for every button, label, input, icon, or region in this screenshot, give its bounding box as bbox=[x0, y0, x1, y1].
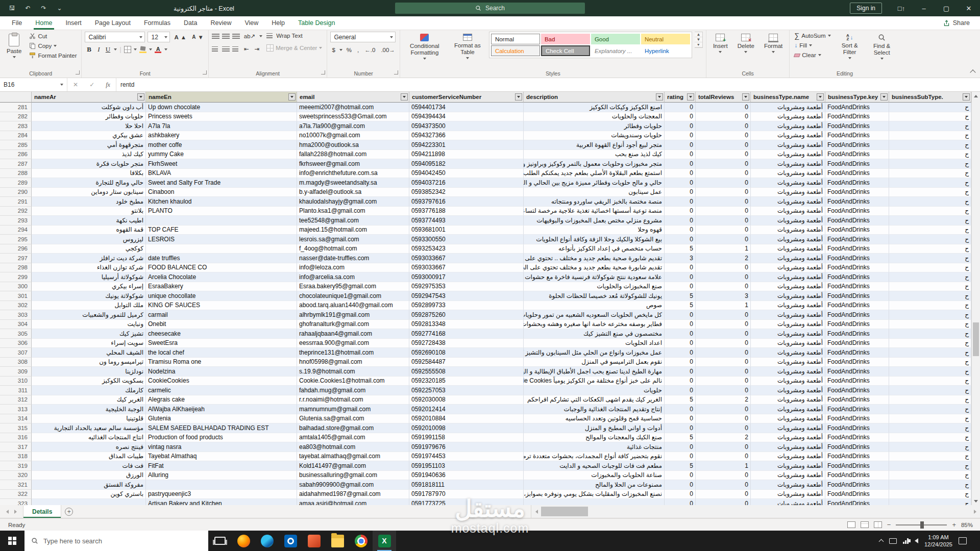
cell-businesssubtype[interactable]: ح bbox=[889, 301, 971, 311]
add-sheet-button[interactable]: + bbox=[61, 505, 77, 518]
cell-email[interactable]: m.magdy@sweetandsalty.sa bbox=[297, 178, 409, 188]
cell-phone[interactable]: 0592728438 bbox=[409, 339, 524, 348]
formula-input[interactable]: rentd bbox=[116, 78, 980, 91]
cell-businesstype-name[interactable]: أطعمة ومشروبات bbox=[751, 169, 825, 179]
cell-description[interactable]: اعداد الحلويات bbox=[524, 339, 665, 348]
cell-description[interactable]: صناعة الحلويات والمخبوزات bbox=[524, 471, 665, 481]
cell-rating[interactable]: 0 bbox=[665, 348, 696, 358]
zoom-out-button[interactable]: − bbox=[887, 521, 891, 529]
cell-description[interactable]: اصنع الكوكيز وكيكات الكوكيز bbox=[524, 103, 665, 112]
cell-businesstype-name[interactable]: أطعمة ومشروبات bbox=[751, 461, 825, 471]
cell-description[interactable]: يونيك للشوكولاتة مُعد خصيصا للحظات الحلو… bbox=[524, 291, 665, 301]
filter-icon[interactable] bbox=[817, 93, 824, 101]
cell-businesstype-key[interactable]: FoodAndDrinks bbox=[825, 272, 889, 282]
cell-totalreviews[interactable]: 3 bbox=[696, 291, 751, 301]
cell-nameen[interactable]: Onebit bbox=[146, 320, 297, 330]
cell-businesstype-key[interactable]: FoodAndDrinks bbox=[825, 377, 889, 386]
cell-nameen[interactable]: Up down chocolate bbox=[146, 103, 297, 112]
cell-businesssubtype[interactable]: ح bbox=[889, 207, 971, 216]
cell-businesstype-key[interactable]: FoodAndDrinks bbox=[825, 367, 889, 377]
cell-rating[interactable]: 0 bbox=[665, 490, 696, 499]
cell-businesstype-key[interactable]: FoodAndDrinks bbox=[825, 112, 889, 122]
cell-businesstype-name[interactable]: أطعمة ومشروبات bbox=[751, 499, 825, 505]
cell-email[interactable]: hnof05998@gmail.com bbox=[297, 358, 409, 367]
cell-phone[interactable]: 0592899733 bbox=[409, 301, 524, 311]
maximize-button[interactable]: ▢ bbox=[935, 0, 958, 16]
cell-totalreviews[interactable]: 2 bbox=[696, 433, 751, 443]
cell-nameen[interactable]: KING OF SAUCES bbox=[146, 301, 297, 311]
row-number[interactable]: 313 bbox=[0, 405, 32, 414]
cell-description[interactable]: منصة مختصة بالخبز الريفي ساوردو ومنتجاته bbox=[524, 197, 665, 207]
row-number[interactable]: 308 bbox=[0, 358, 32, 367]
cell-namear[interactable]: تيراميسو روما ون bbox=[32, 358, 146, 367]
styles-scroll-down-icon[interactable]: ▼ bbox=[695, 37, 702, 42]
row-number[interactable]: 285 bbox=[0, 140, 32, 150]
cell-totalreviews[interactable]: 0 bbox=[696, 490, 751, 499]
cell-phone[interactable]: 0592813348 bbox=[409, 320, 524, 330]
cell-businesstype-key[interactable]: FoodAndDrinks bbox=[825, 433, 889, 443]
cell-businesssubtype[interactable]: ح bbox=[889, 226, 971, 235]
align-middle-icon[interactable] bbox=[222, 34, 230, 39]
cell-phone[interactable]: 0593681001 bbox=[409, 226, 524, 235]
cell-rating[interactable]: 5 bbox=[665, 291, 696, 301]
cell-totalreviews[interactable]: 0 bbox=[696, 188, 751, 197]
cell-rating[interactable]: 0 bbox=[665, 414, 696, 424]
cell-nameen[interactable]: Cinaboon bbox=[146, 188, 297, 197]
cell-rating[interactable]: 0 bbox=[665, 178, 696, 188]
row-number[interactable]: 301 bbox=[0, 291, 32, 301]
cell-email[interactable]: amtala1405@gmail.com bbox=[297, 433, 409, 443]
cell-nameen[interactable]: Glutenia bbox=[146, 414, 297, 424]
cell-description[interactable]: علامة سعودية ننتج شوكولاتة فرنسية فاخرة … bbox=[524, 272, 665, 282]
cell-nameen[interactable]: TOP CAFE bbox=[146, 226, 297, 235]
cell-namear[interactable]: متجر حلويات فكرة bbox=[32, 159, 146, 169]
cell-rating[interactable]: 0 bbox=[665, 405, 696, 414]
cell-phone[interactable]: 0592584487 bbox=[409, 358, 524, 367]
cell-email[interactable]: tee52548@gmail.com bbox=[297, 216, 409, 226]
sign-in-button[interactable]: Sign in bbox=[850, 3, 882, 14]
cell-email[interactable]: theprince131@hotmail.com bbox=[297, 348, 409, 358]
cell-businesstype-name[interactable]: أطعمة ومشروبات bbox=[751, 423, 825, 433]
cell-businesstype-name[interactable]: أطعمة ومشروبات bbox=[751, 226, 825, 235]
cell-businesssubtype[interactable]: ح bbox=[889, 395, 971, 405]
cell-businesstype-name[interactable]: أطعمة ومشروبات bbox=[751, 377, 825, 386]
cell-description[interactable]: أدوات و اواني المطبخ و المنزل bbox=[524, 423, 665, 433]
minimize-button[interactable]: – bbox=[913, 0, 935, 16]
cell-namear[interactable]: شركة ديت ترافلز bbox=[32, 254, 146, 263]
cell-phone[interactable]: 0594394434 bbox=[409, 112, 524, 122]
cell-phone[interactable]: 0594042450 bbox=[409, 169, 524, 179]
cell-namear[interactable]: حلويات وفطائر bbox=[32, 112, 146, 122]
vertical-scrollbar[interactable] bbox=[971, 92, 980, 505]
row-number[interactable]: 298 bbox=[0, 263, 32, 273]
horizontal-scrollbar[interactable] bbox=[531, 505, 980, 518]
cell-businesssubtype[interactable]: ح bbox=[889, 480, 971, 490]
cell-description[interactable]: مهارة الطبخ لدينا تصنع بحب اجمل الأطباق … bbox=[524, 367, 665, 377]
cell-businesssubtype[interactable]: ح bbox=[889, 131, 971, 141]
cell-description[interactable]: قهوه وحلا bbox=[524, 226, 665, 235]
column-header-nameen[interactable]: nameEn bbox=[146, 92, 297, 103]
cell-businesstype-key[interactable]: FoodAndDrinks bbox=[825, 452, 889, 462]
scroll-left-icon[interactable] bbox=[535, 510, 538, 514]
cell-phone[interactable]: 0592975353 bbox=[409, 282, 524, 292]
percent-style-icon[interactable]: % bbox=[345, 46, 353, 54]
cell-nameen[interactable]: Alegrais cake bbox=[146, 395, 297, 405]
cell-phone[interactable]: 0594211898 bbox=[409, 150, 524, 160]
row-number[interactable]: 299 bbox=[0, 272, 32, 282]
cell-businesstype-name[interactable]: أطعمة ومشروبات bbox=[751, 235, 825, 244]
cell-businesstype-key[interactable]: FoodAndDrinks bbox=[825, 188, 889, 197]
cell-businesssubtype[interactable]: ح bbox=[889, 150, 971, 160]
cell-namear[interactable]: إسراء بيكري bbox=[32, 282, 146, 292]
cell-nameen[interactable]: yummy Cake bbox=[146, 150, 297, 160]
cell-nameen[interactable]: cheesecake bbox=[146, 329, 297, 339]
cell-businesstype-key[interactable]: FoodAndDrinks bbox=[825, 197, 889, 207]
cell-businesstype-key[interactable]: FoodAndDrinks bbox=[825, 461, 889, 471]
cell-businesstype-key[interactable]: FoodAndDrinks bbox=[825, 471, 889, 481]
decrease-indent-icon[interactable]: ⇤ bbox=[242, 44, 251, 54]
cell-nameen[interactable]: unique chocollate bbox=[146, 291, 297, 301]
cell-namear[interactable]: كوكجي bbox=[32, 244, 146, 254]
cell-businesstype-key[interactable]: FoodAndDrinks bbox=[825, 414, 889, 424]
cell-email[interactable]: fahdah.mug@gmail.com bbox=[297, 386, 409, 395]
cell-rating[interactable]: 5 bbox=[665, 301, 696, 311]
cell-businesstype-name[interactable]: أطعمة ومشروبات bbox=[751, 490, 825, 499]
cell-totalreviews[interactable]: 0 bbox=[696, 282, 751, 292]
merge-center-button[interactable]: Merge & Center bbox=[265, 43, 324, 53]
